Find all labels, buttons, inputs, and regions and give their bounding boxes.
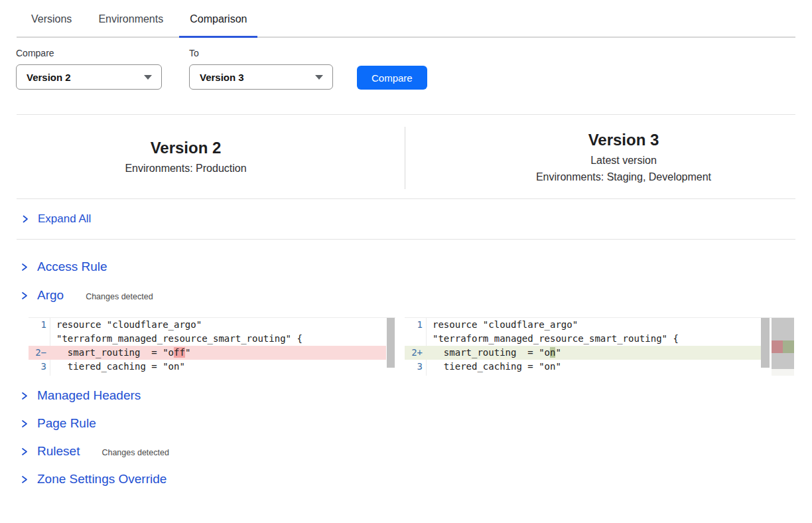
code-text: } xyxy=(427,374,761,376)
scrollbar[interactable] xyxy=(386,318,395,376)
code-post: " xyxy=(555,347,561,358)
section-access-rule[interactable]: Access Rule xyxy=(17,258,812,275)
tab-versions[interactable]: Versions xyxy=(22,12,81,37)
code-text: resource "cloudflare_argo" xyxy=(50,318,386,332)
diff-line: 3 tiered_caching = "on" xyxy=(405,360,761,374)
line-number xyxy=(405,332,427,346)
code-text: "terraform_managed_resource_smart_routin… xyxy=(427,332,761,346)
chevron-right-icon xyxy=(20,475,29,485)
code-text: } xyxy=(50,374,386,376)
diff-line: 3 tiered_caching = "on" xyxy=(29,360,386,374)
version-headers: Version 2 Environments: Production Versi… xyxy=(17,115,795,199)
expand-all-label: Expand All xyxy=(38,212,91,226)
compare-field-label: Compare xyxy=(16,48,162,58)
diff-line: 1 resource "cloudflare_argo" xyxy=(405,318,761,332)
chevron-right-icon xyxy=(20,291,29,301)
compare-select[interactable]: Version 2 xyxy=(16,64,162,90)
right-version-header: Version 3 Latest version Environments: S… xyxy=(435,131,812,183)
left-version-title: Version 2 xyxy=(17,139,355,157)
section-label: Ruleset xyxy=(37,444,80,459)
left-version-environments: Environments: Production xyxy=(17,162,355,175)
deleted-text-highlight: ff xyxy=(174,347,185,358)
argo-diff: 1 resource "cloudflare_argo" "terraform_… xyxy=(17,317,812,376)
section-argo[interactable]: Argo Changes detected xyxy=(17,287,812,304)
section-label: Argo xyxy=(37,288,64,303)
chevron-right-icon xyxy=(20,391,29,401)
diff-overview-minimap[interactable] xyxy=(772,318,794,376)
compare-field: Compare Version 2 xyxy=(16,48,162,90)
changes-badge: Changes detected xyxy=(86,292,153,301)
tab-environments[interactable]: Environments xyxy=(89,12,172,37)
compare-button[interactable]: Compare xyxy=(357,66,427,90)
code-pre: smart_routing = "o xyxy=(433,347,550,358)
to-field-label: To xyxy=(189,48,333,58)
diff-line: } xyxy=(29,374,386,376)
section-label: Zone Settings Override xyxy=(37,472,167,486)
tab-comparison[interactable]: Comparison xyxy=(180,12,256,37)
line-number: 3 xyxy=(29,360,50,374)
diff-line: "terraform_managed_resource_smart_routin… xyxy=(29,332,386,346)
compare-controls: Compare Version 2 To Version 3 Compare xyxy=(16,48,812,90)
diff-right-code: 1 resource "cloudflare_argo" "terraform_… xyxy=(405,318,761,376)
to-select-value: Version 3 xyxy=(200,72,244,83)
diff-line-deleted: 2− smart_routing = "off" xyxy=(29,346,386,360)
code-text: tiered_caching = "on" xyxy=(50,360,386,374)
sections-list: Access Rule Argo Changes detected 1 reso… xyxy=(17,258,812,488)
diff-left-code: 1 resource "cloudflare_argo" "terraform_… xyxy=(29,318,386,376)
to-select[interactable]: Version 3 xyxy=(189,64,333,90)
right-version-environments: Environments: Staging, Development xyxy=(435,171,812,183)
line-number xyxy=(29,374,50,376)
to-field: To Version 3 xyxy=(189,48,333,90)
section-label: Managed Headers xyxy=(37,388,141,403)
diff-line: "terraform_managed_resource_smart_routin… xyxy=(405,332,761,346)
vertical-divider xyxy=(405,127,405,189)
minimap-bottom xyxy=(772,369,794,376)
left-version-header: Version 2 Environments: Production xyxy=(17,139,355,175)
chevron-right-icon xyxy=(20,262,29,272)
line-number xyxy=(29,332,50,346)
right-version-title: Version 3 xyxy=(435,131,812,149)
changes-badge: Changes detected xyxy=(102,448,169,457)
line-number: 3 xyxy=(405,360,427,374)
minimap-added-marker xyxy=(783,340,794,353)
code-text: "terraform_managed_resource_smart_routin… xyxy=(50,332,386,346)
scrollbar-thumb[interactable] xyxy=(387,318,395,368)
section-zone-settings-override[interactable]: Zone Settings Override xyxy=(17,471,812,488)
scrollbar-thumb[interactable] xyxy=(761,318,770,368)
line-number: 2− xyxy=(29,346,50,360)
diff-line: } xyxy=(405,374,761,376)
code-text: smart_routing = "on" xyxy=(427,346,761,360)
code-text: tiered_caching = "on" xyxy=(427,360,761,374)
code-text: resource "cloudflare_argo" xyxy=(427,318,761,332)
line-number: 1 xyxy=(405,318,427,332)
chevron-right-icon xyxy=(20,419,29,429)
line-number xyxy=(405,374,427,376)
chevron-right-icon xyxy=(21,214,29,224)
section-managed-headers[interactable]: Managed Headers xyxy=(17,387,812,404)
section-page-rule[interactable]: Page Rule xyxy=(17,415,812,432)
section-ruleset[interactable]: Ruleset Changes detected xyxy=(17,443,812,460)
section-label: Access Rule xyxy=(37,260,107,274)
code-pre: smart_routing = "o xyxy=(56,347,174,358)
compare-select-value: Version 2 xyxy=(27,72,71,83)
line-number: 2+ xyxy=(405,346,427,360)
diff-line: 1 resource "cloudflare_argo" xyxy=(29,318,386,332)
right-version-latest: Latest version xyxy=(435,154,812,167)
section-label: Page Rule xyxy=(37,416,96,431)
code-post: " xyxy=(185,347,190,358)
chevron-down-icon xyxy=(315,75,323,80)
diff-right-panel: 1 resource "cloudflare_argo" "terraform_… xyxy=(405,317,794,376)
diff-line-added: 2+ smart_routing = "on" xyxy=(405,346,761,360)
tab-bar: Versions Environments Comparison xyxy=(17,0,795,38)
code-text: smart_routing = "off" xyxy=(50,346,386,360)
chevron-right-icon xyxy=(20,447,29,457)
chevron-down-icon xyxy=(144,75,152,80)
minimap-deleted-marker xyxy=(772,340,783,353)
scrollbar[interactable] xyxy=(761,318,770,376)
expand-all-button[interactable]: Expand All xyxy=(17,199,795,240)
line-number: 1 xyxy=(29,318,50,332)
diff-left-panel: 1 resource "cloudflare_argo" "terraform_… xyxy=(29,317,395,376)
